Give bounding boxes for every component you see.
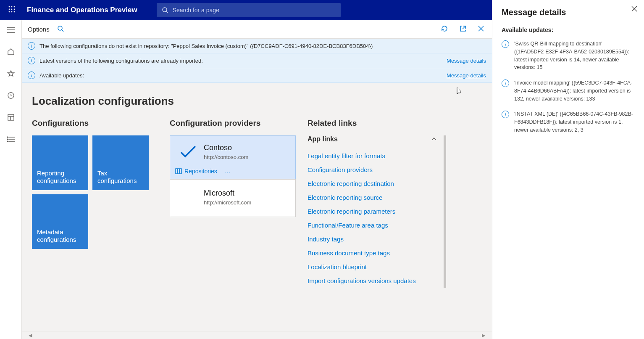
related-links-section: Related links App links Legal entity fil…: [308, 119, 446, 288]
panel-title: Message details: [502, 8, 635, 17]
tile-reporting-configurations[interactable]: Reporting configurations: [32, 135, 88, 190]
provider-url: http://contoso.com: [204, 154, 248, 160]
link-item[interactable]: Electronic reporting parameters: [308, 204, 437, 218]
modules-icon[interactable]: [3, 132, 19, 146]
horizontal-scrollbar[interactable]: ◀ ▶: [22, 331, 492, 339]
page-title: Localization configurations: [32, 95, 482, 108]
detail-item: i 'Swiss QR-Bill mapping to destination'…: [502, 40, 635, 72]
home-icon[interactable]: [3, 45, 19, 59]
section-title-related: Related links: [308, 119, 446, 128]
main-content: Localization configurations Configuratio…: [22, 83, 492, 331]
configurations-section: Configurations Reporting configurations …: [32, 119, 158, 249]
link-item[interactable]: Business document type tags: [308, 246, 437, 260]
link-item[interactable]: Configuration providers: [308, 163, 437, 177]
message-row: i The following configurations do not ex…: [22, 39, 492, 53]
message-row: i Latest versions of the following confi…: [22, 53, 492, 68]
svg-point-26: [58, 26, 62, 30]
check-icon: [179, 146, 196, 158]
open-new-icon[interactable]: [457, 23, 468, 35]
tile-tax-configurations[interactable]: Tax configurations: [92, 135, 149, 190]
toolbar-search-icon[interactable]: [57, 25, 64, 33]
svg-point-25: [7, 141, 8, 142]
info-icon: i: [502, 79, 509, 87]
panel-close-icon[interactable]: [631, 6, 637, 13]
message-text: The following configurations do not exis…: [39, 43, 486, 49]
app-links-header[interactable]: App links: [308, 135, 437, 143]
provider-card-microsoft[interactable]: Microsoft http://microsoft.com: [170, 179, 296, 217]
scroll-right-icon[interactable]: ▶: [482, 333, 485, 338]
info-icon: i: [502, 111, 509, 118]
chevron-up-icon: [431, 136, 437, 142]
product-title: Finance and Operations Preview: [20, 6, 144, 14]
svg-point-3: [9, 9, 10, 10]
svg-point-24: [7, 139, 8, 140]
tile-metadata-configurations[interactable]: Metadata configurations: [32, 194, 88, 249]
link-item[interactable]: Electronic reporting destination: [308, 177, 437, 191]
recent-icon[interactable]: [3, 88, 19, 103]
hamburger-icon[interactable]: [3, 23, 19, 37]
svg-point-7: [11, 11, 13, 13]
refresh-icon[interactable]: [439, 23, 450, 35]
link-item[interactable]: Import configurations versions updates: [308, 274, 437, 288]
repositories-label: Repositories: [184, 168, 217, 175]
detail-item: i 'INSTAT XML (DE)' ({4C65BB66-074C-43FB…: [502, 110, 635, 134]
message-row: i Available updates: Message details: [22, 68, 492, 83]
svg-point-4: [11, 9, 13, 10]
message-details-link[interactable]: Message details: [447, 72, 486, 79]
link-item[interactable]: Electronic reporting source: [308, 191, 437, 204]
detail-text: 'Invoice model mapping' ({59EC3DC7-043F-…: [514, 79, 635, 103]
options-button[interactable]: Options: [28, 26, 50, 33]
svg-point-9: [163, 8, 167, 12]
page-toolbar: Options: [22, 20, 492, 39]
svg-point-1: [11, 6, 13, 8]
provider-url: http://microsoft.com: [204, 199, 251, 206]
content-area: Options i The following configurations d…: [22, 20, 492, 339]
repositories-button[interactable]: Repositories: [175, 168, 217, 175]
info-icon: i: [502, 40, 509, 48]
left-nav-rail: [0, 20, 22, 339]
tile-label: Reporting configurations: [37, 170, 83, 185]
message-bar: i The following configurations do not ex…: [22, 39, 492, 83]
favorites-icon[interactable]: [3, 66, 19, 81]
scroll-left-icon[interactable]: ◀: [29, 333, 32, 338]
app-links-label: App links: [308, 135, 338, 143]
detail-item: i 'Invoice model mapping' ({59EC3DC7-043…: [502, 79, 635, 103]
message-text: Latest versions of the following configu…: [39, 58, 442, 64]
provider-name: Contoso: [204, 143, 248, 152]
workspaces-icon[interactable]: [3, 110, 19, 124]
tile-label: Tax configurations: [97, 170, 144, 185]
svg-rect-30: [176, 169, 177, 174]
link-item[interactable]: Localization blueprint: [308, 260, 437, 274]
message-details-link[interactable]: Message details: [447, 58, 486, 64]
info-icon: i: [28, 72, 35, 79]
link-item[interactable]: Functional/Feature area tags: [308, 218, 437, 232]
app-launcher-icon[interactable]: [3, 6, 20, 14]
svg-line-10: [166, 11, 168, 13]
panel-subtitle: Available updates:: [502, 26, 635, 33]
search-input[interactable]: Search for a page: [157, 3, 341, 17]
provider-card-contoso[interactable]: Contoso http://contoso.com Repositories …: [170, 135, 296, 179]
svg-point-23: [7, 137, 8, 138]
search-placeholder: Search for a page: [173, 7, 219, 13]
message-details-panel: Message details Available updates: i 'Sw…: [492, 0, 644, 339]
detail-text: 'INSTAT XML (DE)' ({4C65BB66-074C-43FB-9…: [514, 110, 635, 134]
providers-section: Configuration providers Contoso http://c…: [170, 119, 296, 217]
repositories-icon: [175, 168, 182, 174]
more-actions-button[interactable]: …: [225, 168, 231, 175]
svg-point-2: [14, 6, 15, 8]
close-icon[interactable]: [476, 24, 486, 35]
svg-point-0: [9, 6, 10, 8]
section-title-providers: Configuration providers: [170, 119, 296, 128]
tile-label: Metadata configurations: [37, 228, 83, 244]
link-item[interactable]: Legal entity filter for formats: [308, 149, 437, 163]
info-icon: i: [28, 57, 35, 64]
section-title-configurations: Configurations: [32, 119, 158, 128]
detail-text: 'Swiss QR-Bill mapping to destination' (…: [514, 40, 635, 72]
provider-name: Microsoft: [204, 189, 251, 198]
message-text: Available updates:: [39, 72, 442, 79]
link-item[interactable]: Industry tags: [308, 232, 437, 246]
svg-rect-31: [178, 169, 179, 174]
svg-point-6: [9, 11, 10, 13]
svg-rect-17: [8, 114, 14, 120]
svg-point-8: [14, 11, 15, 13]
